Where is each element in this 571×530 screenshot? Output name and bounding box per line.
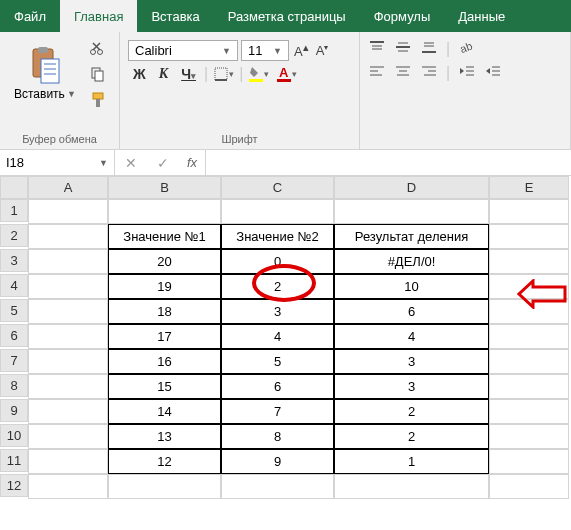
column-header-A[interactable]: A <box>28 176 108 199</box>
cell-A4[interactable] <box>28 274 108 299</box>
cell-B10[interactable]: 13 <box>108 424 221 449</box>
cell-B3[interactable]: 20 <box>108 249 221 274</box>
cell-A12[interactable] <box>28 474 108 499</box>
cell-A1[interactable] <box>28 199 108 224</box>
cell-C8[interactable]: 6 <box>221 374 334 399</box>
cell-C4[interactable]: 2 <box>221 274 334 299</box>
row-header-1[interactable]: 1 <box>0 199 28 222</box>
cell-E6[interactable] <box>489 324 569 349</box>
column-header-E[interactable]: E <box>489 176 569 199</box>
cell-A10[interactable] <box>28 424 108 449</box>
paste-button[interactable]: Вставить▼ <box>8 36 82 112</box>
italic-button[interactable]: К <box>154 65 174 83</box>
cell-A6[interactable] <box>28 324 108 349</box>
cell-C12[interactable] <box>221 474 334 499</box>
cell-C5[interactable]: 3 <box>221 299 334 324</box>
row-header-10[interactable]: 10 <box>0 424 28 447</box>
tab-file[interactable]: Файл <box>0 0 60 32</box>
borders-button[interactable]: ▾ <box>211 66 236 82</box>
decrease-indent-button[interactable] <box>458 64 476 78</box>
cell-A7[interactable] <box>28 349 108 374</box>
row-header-6[interactable]: 6 <box>0 324 28 347</box>
cell-B8[interactable]: 15 <box>108 374 221 399</box>
fx-icon[interactable]: fx <box>179 155 205 170</box>
cell-D12[interactable] <box>334 474 489 499</box>
cell-D11[interactable]: 1 <box>334 449 489 474</box>
font-size-select[interactable]: 11▼ <box>241 40 289 61</box>
cell-E10[interactable] <box>489 424 569 449</box>
cell-A11[interactable] <box>28 449 108 474</box>
cell-E2[interactable] <box>489 224 569 249</box>
cell-A5[interactable] <box>28 299 108 324</box>
cell-E9[interactable] <box>489 399 569 424</box>
cell-C9[interactable]: 7 <box>221 399 334 424</box>
cell-A9[interactable] <box>28 399 108 424</box>
tab-data[interactable]: Данные <box>444 0 519 32</box>
select-all-corner[interactable] <box>0 176 28 199</box>
tab-insert[interactable]: Вставка <box>137 0 213 32</box>
cell-B6[interactable]: 17 <box>108 324 221 349</box>
cell-E11[interactable] <box>489 449 569 474</box>
font-name-select[interactable]: Calibri▼ <box>128 40 238 61</box>
increase-indent-button[interactable] <box>484 64 502 78</box>
decrease-font-button[interactable]: A▾ <box>314 43 331 58</box>
copy-button[interactable] <box>88 64 108 84</box>
tab-home[interactable]: Главная <box>60 0 137 32</box>
underline-button[interactable]: Ч▾ <box>176 65 201 83</box>
cell-B11[interactable]: 12 <box>108 449 221 474</box>
cell-E5[interactable] <box>489 299 569 324</box>
cell-C6[interactable]: 4 <box>221 324 334 349</box>
cell-D10[interactable]: 2 <box>334 424 489 449</box>
cut-button[interactable] <box>88 38 108 58</box>
align-bottom-button[interactable] <box>420 40 438 54</box>
cell-B9[interactable]: 14 <box>108 399 221 424</box>
align-right-button[interactable] <box>420 64 438 78</box>
cell-C2[interactable]: Значение №2 <box>221 224 334 249</box>
cell-A2[interactable] <box>28 224 108 249</box>
row-header-12[interactable]: 12 <box>0 474 28 497</box>
column-header-D[interactable]: D <box>334 176 489 199</box>
row-header-7[interactable]: 7 <box>0 349 28 372</box>
format-painter-button[interactable] <box>88 90 108 110</box>
row-header-5[interactable]: 5 <box>0 299 28 322</box>
row-header-2[interactable]: 2 <box>0 224 28 247</box>
cell-D9[interactable]: 2 <box>334 399 489 424</box>
cell-E3[interactable] <box>489 249 569 274</box>
font-color-button[interactable]: A▾ <box>274 65 299 83</box>
increase-font-button[interactable]: A▴ <box>292 41 311 59</box>
column-header-C[interactable]: C <box>221 176 334 199</box>
cell-B2[interactable]: Значение №1 <box>108 224 221 249</box>
cell-D5[interactable]: 6 <box>334 299 489 324</box>
cancel-formula-button[interactable]: ✕ <box>115 155 147 171</box>
align-left-button[interactable] <box>368 64 386 78</box>
cell-D1[interactable] <box>334 199 489 224</box>
cell-B5[interactable]: 18 <box>108 299 221 324</box>
fill-color-button[interactable]: ▾ <box>246 65 271 83</box>
cell-B1[interactable] <box>108 199 221 224</box>
tab-layout[interactable]: Разметка страницы <box>214 0 360 32</box>
row-header-11[interactable]: 11 <box>0 449 28 472</box>
cell-E12[interactable] <box>489 474 569 499</box>
enter-formula-button[interactable]: ✓ <box>147 155 179 171</box>
bold-button[interactable]: Ж <box>128 65 151 83</box>
formula-input[interactable] <box>206 150 571 175</box>
cell-A3[interactable] <box>28 249 108 274</box>
orientation-button[interactable]: ab <box>458 40 476 54</box>
row-header-4[interactable]: 4 <box>0 274 28 297</box>
cell-B12[interactable] <box>108 474 221 499</box>
cell-C7[interactable]: 5 <box>221 349 334 374</box>
row-header-3[interactable]: 3 <box>0 249 28 272</box>
cell-B7[interactable]: 16 <box>108 349 221 374</box>
cell-C10[interactable]: 8 <box>221 424 334 449</box>
cell-C3[interactable]: 0 <box>221 249 334 274</box>
column-header-B[interactable]: B <box>108 176 221 199</box>
cell-E1[interactable] <box>489 199 569 224</box>
name-box[interactable]: I18▼ <box>0 150 115 175</box>
align-center-button[interactable] <box>394 64 412 78</box>
cell-D6[interactable]: 4 <box>334 324 489 349</box>
cell-D7[interactable]: 3 <box>334 349 489 374</box>
row-header-8[interactable]: 8 <box>0 374 28 397</box>
align-top-button[interactable] <box>368 40 386 54</box>
tab-formulas[interactable]: Формулы <box>360 0 445 32</box>
cell-E8[interactable] <box>489 374 569 399</box>
